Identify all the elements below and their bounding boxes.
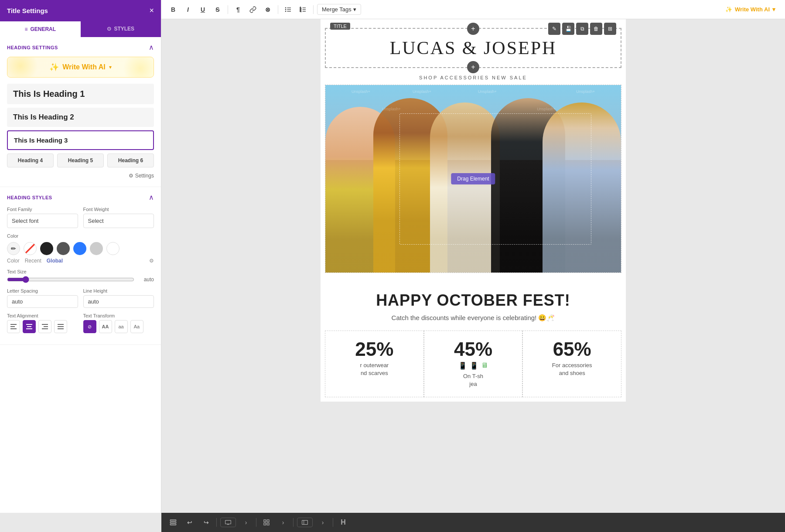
- svg-rect-24: [170, 520, 176, 521]
- svg-rect-0: [10, 324, 17, 325]
- svg-rect-8: [42, 328, 48, 329]
- color-black-swatch[interactable]: [40, 242, 53, 255]
- transform-none-btn[interactable]: ⊘: [83, 320, 96, 333]
- preview-btn[interactable]: H: [337, 516, 350, 529]
- panel-title: Title Settings: [7, 7, 48, 14]
- heading-h1[interactable]: This Is Heading 1: [7, 84, 154, 104]
- svg-rect-4: [27, 326, 31, 327]
- heading-styles-collapse[interactable]: ∧: [149, 193, 154, 201]
- discount-row: 25% r outerwearnd scarves 45% 📱 📱 🖥 On T…: [325, 331, 621, 397]
- tab-styles[interactable]: ⊙ STYLES: [81, 21, 161, 37]
- title-save-btn[interactable]: 💾: [562, 23, 574, 35]
- svg-rect-27: [225, 520, 231, 524]
- canvas-area: B I U S ¶ ⊗ 1.2.3. Merge Tag: [161, 0, 785, 513]
- bottom-divider-4: [333, 518, 333, 527]
- arrow-btn-3[interactable]: ›: [316, 516, 329, 529]
- svg-rect-9: [58, 324, 64, 325]
- align-buttons: [7, 320, 78, 333]
- svg-rect-30: [267, 520, 269, 522]
- image-btn[interactable]: ⊗: [261, 3, 274, 16]
- settings-label: Settings: [135, 173, 154, 179]
- redo-btn[interactable]: ↪: [200, 516, 213, 529]
- discount-pct-1: 25%: [331, 340, 417, 359]
- settings-link[interactable]: ⚙ Settings: [7, 171, 154, 181]
- svg-rect-26: [170, 524, 176, 525]
- image-block[interactable]: Drag Element Unsplash+ Unsplash+ Unsplas…: [325, 85, 621, 273]
- font-weight-group: Font Weight Select: [83, 207, 154, 228]
- color-tab-global[interactable]: Global: [47, 258, 63, 264]
- paragraph-btn[interactable]: ¶: [232, 3, 245, 16]
- discount-desc-1: r outerwearnd scarves: [331, 361, 417, 377]
- heading-styles-section: HEADING STYLES ∧ Font Family Select font…: [0, 187, 161, 345]
- discount-card-1[interactable]: 25% r outerwearnd scarves: [325, 331, 424, 397]
- color-tab-recent[interactable]: Recent: [25, 258, 41, 264]
- color-darkgray-swatch[interactable]: [57, 242, 70, 255]
- discount-desc-3: For accessoriesand shoes: [529, 361, 615, 377]
- canvas-subtitle: SHOP ACCESSORIES NEW SALE: [321, 75, 626, 80]
- link-btn[interactable]: [246, 3, 259, 16]
- canvas-content: TITLE + ✎ 💾 ⧉ 🗑 ⊞ LUCAS & JOSEPH +: [321, 19, 626, 402]
- layout-btn[interactable]: [297, 518, 313, 527]
- bottom-bar: ↩ ↪ › › › H: [161, 513, 785, 532]
- font-row: Font Family Select font Font Weight Sele…: [7, 207, 154, 228]
- discount-desc-2: On T-shjea: [430, 372, 516, 388]
- arrow-btn-2[interactable]: ›: [276, 516, 290, 529]
- panel-close-button[interactable]: ×: [149, 6, 154, 15]
- discount-pct-2: 45%: [430, 340, 516, 359]
- underline-btn[interactable]: U: [196, 3, 209, 16]
- title-add-top-btn[interactable]: +: [467, 23, 479, 35]
- color-picker-btn[interactable]: ✏: [7, 242, 20, 255]
- title-copy-btn[interactable]: ⧉: [576, 23, 588, 35]
- title-expand-btn[interactable]: ⊞: [604, 23, 616, 35]
- font-family-select[interactable]: Select font: [7, 214, 78, 228]
- heading-h3[interactable]: This Is Heading 3: [7, 130, 154, 150]
- title-delete-btn[interactable]: 🗑: [590, 23, 602, 35]
- title-block[interactable]: TITLE + ✎ 💾 ⧉ 🗑 ⊞ LUCAS & JOSEPH +: [325, 28, 621, 68]
- heading-h5-btn[interactable]: Heading 5: [57, 153, 104, 167]
- discount-card-2[interactable]: 45% 📱 📱 🖥 On T-shjea: [424, 331, 523, 397]
- heading-h4-btn[interactable]: Heading 4: [7, 153, 54, 167]
- drag-element-label[interactable]: Drag Element: [451, 173, 495, 184]
- color-none-swatch[interactable]: [24, 242, 37, 255]
- write-ai-toolbar-label: Write With AI: [735, 6, 770, 13]
- align-left-btn[interactable]: [7, 320, 20, 333]
- arrow-btn-1[interactable]: ›: [239, 516, 253, 529]
- undo-btn[interactable]: ↩: [183, 516, 196, 529]
- ordered-list-btn[interactable]: 1.2.3.: [297, 3, 310, 16]
- color-white-swatch[interactable]: [106, 242, 119, 255]
- line-height-input[interactable]: [83, 295, 154, 308]
- letter-spacing-input[interactable]: [7, 295, 78, 308]
- font-weight-select[interactable]: Select: [83, 214, 154, 228]
- color-settings-icon[interactable]: ⚙: [149, 258, 154, 264]
- title-add-bottom-btn[interactable]: +: [467, 61, 479, 73]
- unordered-list-btn[interactable]: [282, 3, 295, 16]
- transform-lower-btn[interactable]: aa: [115, 320, 128, 333]
- tab-general[interactable]: ≡ GENERAL: [0, 21, 81, 37]
- text-size-group: Text Size auto: [7, 269, 154, 283]
- align-right-btn[interactable]: [38, 320, 51, 333]
- panel-header: Title Settings ×: [0, 0, 161, 21]
- layers-btn[interactable]: [167, 516, 180, 529]
- heading-settings-collapse[interactable]: ∧: [149, 43, 154, 51]
- discount-card-3[interactable]: 65% For accessoriesand shoes: [522, 331, 621, 397]
- title-edit-btn[interactable]: ✎: [548, 23, 560, 35]
- color-blue-swatch[interactable]: [73, 242, 86, 255]
- align-justify-btn[interactable]: [54, 320, 67, 333]
- write-ai-toolbar-btn[interactable]: ✨ Write With AI ▾: [721, 4, 780, 14]
- color-lightgray-swatch[interactable]: [90, 242, 103, 255]
- desktop-view-btn[interactable]: [220, 518, 236, 527]
- heading-h2[interactable]: This Is Heading 2: [7, 108, 154, 127]
- bold-btn[interactable]: B: [167, 3, 180, 16]
- align-center-btn[interactable]: [23, 320, 36, 333]
- transform-cap-btn[interactable]: Aa: [130, 320, 143, 333]
- write-ai-banner[interactable]: ✨ Write With AI ▾: [7, 57, 154, 78]
- text-size-slider[interactable]: [7, 276, 134, 283]
- merge-tags-dropdown[interactable]: Merge Tags ▾: [317, 4, 361, 15]
- heading-styles-header: HEADING STYLES ∧: [7, 193, 154, 201]
- strikethrough-btn[interactable]: S: [211, 3, 224, 16]
- italic-btn[interactable]: I: [181, 3, 195, 16]
- heading-h6-btn[interactable]: Heading 6: [107, 153, 154, 167]
- grid-btn[interactable]: [260, 516, 273, 529]
- transform-upper-btn[interactable]: AA: [99, 320, 112, 333]
- color-tab-color[interactable]: Color: [7, 258, 20, 264]
